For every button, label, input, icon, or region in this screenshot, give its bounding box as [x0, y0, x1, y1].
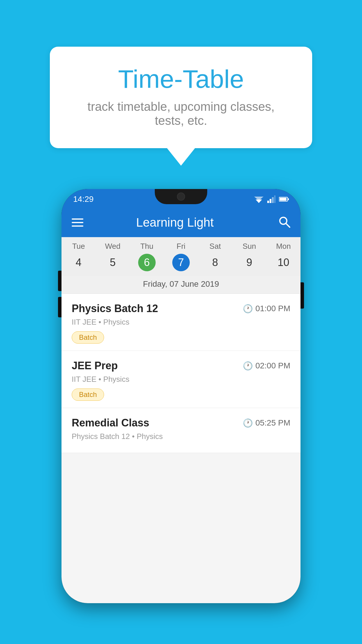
hamburger-line-1 [72, 218, 83, 220]
wifi-icon [254, 195, 264, 203]
volume-up-button [58, 271, 61, 291]
speech-bubble-container: Time-Table track timetable, upcoming cla… [50, 47, 312, 166]
svg-rect-2 [267, 201, 269, 203]
day-name: Sun [242, 242, 256, 251]
clock-icon: 🕐 [243, 361, 253, 371]
day-name: Sat [210, 242, 221, 251]
svg-rect-7 [288, 198, 289, 200]
day-number: 10 [275, 254, 292, 271]
day-name: Mon [276, 242, 291, 251]
schedule-item-title: Remedial Class [72, 417, 149, 429]
battery-icon [279, 197, 289, 202]
schedule-item-1[interactable]: JEE Prep 🕐 02:00 PM IIT JEE • Physics Ba… [61, 351, 301, 408]
schedule-item-header: Remedial Class 🕐 05:25 PM [72, 417, 290, 429]
day-number: 9 [240, 254, 258, 271]
status-icons [254, 195, 289, 203]
day-number: 7 [172, 254, 190, 271]
schedule-item-time: 🕐 02:00 PM [243, 361, 290, 371]
day-number: 8 [206, 254, 224, 271]
svg-rect-4 [272, 197, 274, 203]
calendar-day-thu[interactable]: Thu6 [130, 242, 164, 274]
schedule-item-sub: IIT JEE • Physics [72, 318, 290, 327]
schedule-item-sub: IIT JEE • Physics [72, 375, 290, 384]
search-button[interactable] [278, 216, 290, 230]
schedule-item-title: Physics Batch 12 [72, 302, 158, 315]
day-name: Thu [140, 242, 153, 251]
day-number: 4 [70, 254, 87, 271]
calendar-day-fri[interactable]: Fri7 [164, 242, 198, 274]
clock-icon: 🕐 [243, 304, 253, 314]
day-number: 6 [138, 254, 156, 271]
phone-outer: 14:29 [61, 189, 301, 603]
front-camera [177, 192, 185, 201]
schedule-item-time: 🕐 05:25 PM [243, 418, 290, 428]
schedule-item-header: JEE Prep 🕐 02:00 PM [72, 360, 290, 372]
schedule-list: Physics Batch 12 🕐 01:00 PM IIT JEE • Ph… [61, 294, 301, 453]
svg-line-10 [286, 223, 290, 227]
phone-screen: Tue4Wed5Thu6Fri7Sat8Sun9Mon10 Friday, 07… [61, 237, 301, 603]
calendar-day-wed[interactable]: Wed5 [96, 242, 130, 274]
svg-rect-3 [270, 199, 271, 203]
schedule-item-title: JEE Prep [72, 360, 118, 372]
time-value: 02:00 PM [255, 361, 290, 370]
selected-date-label: Friday, 07 June 2019 [61, 276, 301, 294]
svg-rect-8 [280, 198, 287, 201]
time-value: 01:00 PM [255, 304, 290, 313]
calendar-days-row: Tue4Wed5Thu6Fri7Sat8Sun9Mon10 [61, 237, 301, 276]
batch-tag: Batch [72, 331, 104, 344]
day-name: Tue [72, 242, 85, 251]
speech-bubble: Time-Table track timetable, upcoming cla… [50, 47, 312, 148]
calendar-bar: Tue4Wed5Thu6Fri7Sat8Sun9Mon10 Friday, 07… [61, 237, 301, 294]
timetable-subtitle: track timetable, upcoming classes, tests… [73, 100, 289, 128]
batch-tag: Batch [72, 388, 104, 401]
svg-rect-5 [274, 195, 275, 203]
day-number: 5 [104, 254, 122, 271]
app-bar: Learning Light [61, 208, 301, 237]
schedule-item-header: Physics Batch 12 🕐 01:00 PM [72, 302, 290, 315]
phone-notch [155, 189, 207, 204]
clock-icon: 🕐 [243, 418, 253, 428]
calendar-day-sat[interactable]: Sat8 [198, 242, 232, 274]
app-title: Learning Light [83, 216, 266, 230]
calendar-day-sun[interactable]: Sun9 [232, 242, 266, 274]
time-value: 05:25 PM [255, 418, 290, 428]
signal-icon [267, 195, 275, 203]
schedule-item-time: 🕐 01:00 PM [243, 304, 290, 314]
hamburger-line-2 [72, 222, 83, 223]
schedule-item-0[interactable]: Physics Batch 12 🕐 01:00 PM IIT JEE • Ph… [61, 294, 301, 351]
speech-bubble-arrow [167, 148, 195, 166]
hamburger-menu[interactable] [72, 218, 83, 227]
hamburger-line-3 [72, 225, 83, 227]
schedule-item-sub: Physics Batch 12 • Physics [72, 432, 290, 441]
day-name: Fri [177, 242, 185, 251]
svg-marker-1 [254, 197, 263, 201]
status-time: 14:29 [73, 195, 94, 204]
calendar-day-mon[interactable]: Mon10 [266, 242, 301, 274]
schedule-item-2[interactable]: Remedial Class 🕐 05:25 PM Physics Batch … [61, 408, 301, 453]
timetable-title: Time-Table [73, 64, 289, 94]
phone-mockup: 14:29 [61, 189, 301, 603]
volume-down-button [58, 297, 61, 317]
calendar-day-tue[interactable]: Tue4 [61, 242, 96, 274]
power-button [301, 282, 304, 309]
day-name: Wed [105, 242, 120, 251]
